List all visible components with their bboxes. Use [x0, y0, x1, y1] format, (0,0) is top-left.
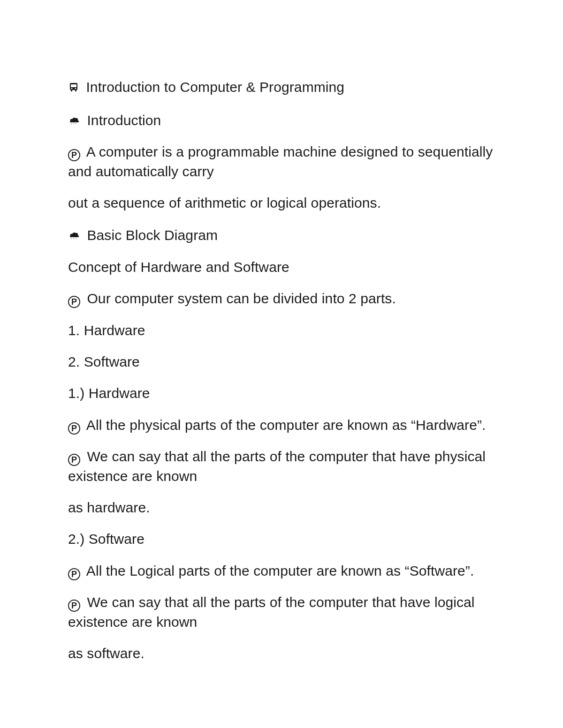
- circle-p-icon: P: [68, 568, 80, 580]
- svg-line-10: [73, 238, 74, 239]
- doc-line-title: Introduction to Computer & Programming: [68, 77, 495, 98]
- doc-line: P Our computer system can be divided int…: [68, 289, 495, 308]
- text: 1. Hardware: [68, 323, 145, 338]
- svg-point-3: [75, 88, 76, 90]
- doc-line: P We can say that all the parts of the c…: [68, 593, 495, 631]
- doc-line: 1.) Hardware: [68, 383, 495, 403]
- doc-line: 2. Software: [68, 352, 495, 371]
- text: as software.: [68, 645, 145, 661]
- doc-line: as hardware.: [68, 498, 495, 517]
- circle-p-icon: P: [68, 454, 80, 466]
- svg-rect-1: [71, 84, 76, 87]
- doc-line: out a sequence of arithmetic or logical …: [68, 193, 495, 212]
- doc-line: 2.) Software: [68, 529, 495, 548]
- text: All the Logical parts of the computer ar…: [86, 563, 474, 578]
- circle-p-icon: P: [68, 296, 80, 308]
- doc-line: Concept of Hardware and Software: [68, 257, 495, 277]
- doc-line-section-intro: Introduction: [68, 110, 495, 130]
- text: Introduction: [87, 113, 161, 128]
- doc-line: as software.: [68, 644, 495, 663]
- text: Basic Block Diagram: [87, 227, 218, 243]
- svg-rect-5: [75, 90, 76, 91]
- text: Introduction to Computer & Programming: [86, 79, 344, 95]
- svg-line-11: [76, 238, 76, 239]
- text: as hardware.: [68, 500, 150, 515]
- svg-line-7: [73, 123, 74, 124]
- text: 2. Software: [68, 354, 140, 369]
- svg-rect-4: [71, 90, 72, 91]
- text: A computer is a programmable machine des…: [68, 144, 493, 179]
- doc-line-section-diagram: Basic Block Diagram: [68, 225, 495, 245]
- svg-line-9: [71, 238, 72, 239]
- text: Our computer system can be divided into …: [87, 291, 396, 306]
- text: Concept of Hardware and Software: [68, 259, 289, 275]
- cloud-icon: [68, 110, 80, 129]
- svg-point-2: [71, 88, 73, 90]
- doc-line: P A computer is a programmable machine d…: [68, 142, 495, 181]
- cloud-icon: [68, 225, 80, 244]
- doc-line: 1. Hardware: [68, 321, 495, 340]
- text: 2.) Software: [68, 531, 145, 547]
- svg-line-8: [76, 123, 76, 124]
- text: 1.) Hardware: [68, 385, 150, 401]
- text: We can say that all the parts of the com…: [68, 449, 486, 483]
- circle-p-icon: P: [68, 422, 80, 435]
- circle-p-icon: P: [68, 600, 80, 612]
- text: We can say that all the parts of the com…: [68, 594, 475, 629]
- svg-line-6: [71, 123, 72, 124]
- doc-line: P All the physical parts of the computer…: [68, 415, 495, 435]
- circle-p-icon: P: [68, 149, 80, 161]
- doc-line: P All the Logical parts of the computer …: [68, 561, 495, 580]
- text: out a sequence of arithmetic or logical …: [68, 195, 381, 210]
- text: All the physical parts of the computer a…: [86, 417, 486, 433]
- doc-line: P We can say that all the parts of the c…: [68, 447, 495, 486]
- bus-icon: [68, 81, 79, 98]
